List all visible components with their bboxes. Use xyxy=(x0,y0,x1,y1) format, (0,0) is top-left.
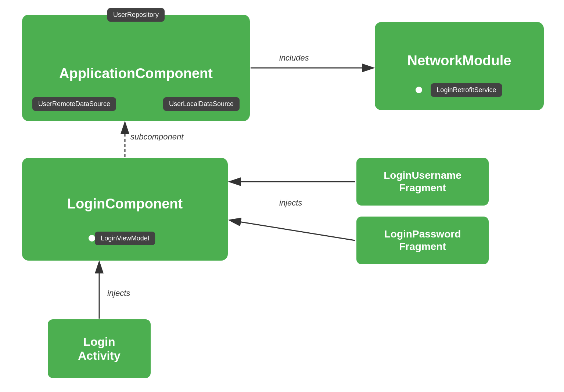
subcomponent-label: subcomponent xyxy=(130,132,183,142)
login-activity-box: LoginActivity xyxy=(48,319,151,378)
login-retrofit-service-label: LoginRetrofitService xyxy=(431,83,502,97)
includes-label: includes xyxy=(279,53,309,63)
user-repository-dot xyxy=(89,5,95,12)
user-local-datasource-label: UserLocalDataSource xyxy=(163,97,240,111)
network-module-box: NetworkModule LoginRetrofitService xyxy=(375,22,544,110)
svg-line-6 xyxy=(230,220,355,240)
login-component-label: LoginComponent xyxy=(67,196,183,212)
user-repository-label: UserRepository xyxy=(107,8,165,22)
login-viewmodel-label: LoginViewModel xyxy=(95,232,155,245)
login-username-fragment-box: LoginUsernameFragment xyxy=(356,158,489,206)
login-username-fragment-label: LoginUsernameFragment xyxy=(384,169,461,194)
login-password-fragment-label: LoginPasswordFragment xyxy=(384,228,461,253)
login-retrofit-service-dot xyxy=(416,87,422,93)
application-component-box: ApplicationComponent UserRepository User… xyxy=(22,15,250,121)
diagram-container: ApplicationComponent UserRepository User… xyxy=(0,0,564,392)
injects-right-label: injects xyxy=(279,198,302,208)
login-viewmodel-dot xyxy=(89,235,95,242)
network-module-label: NetworkModule xyxy=(407,53,511,69)
login-password-fragment-box: LoginPasswordFragment xyxy=(356,217,489,264)
application-component-label: ApplicationComponent xyxy=(59,66,213,81)
user-remote-datasource-label: UserRemoteDataSource xyxy=(32,97,116,111)
injects-down-label: injects xyxy=(107,288,130,298)
login-activity-label: LoginActivity xyxy=(78,335,121,363)
login-component-box: LoginComponent LoginViewModel xyxy=(22,158,228,261)
